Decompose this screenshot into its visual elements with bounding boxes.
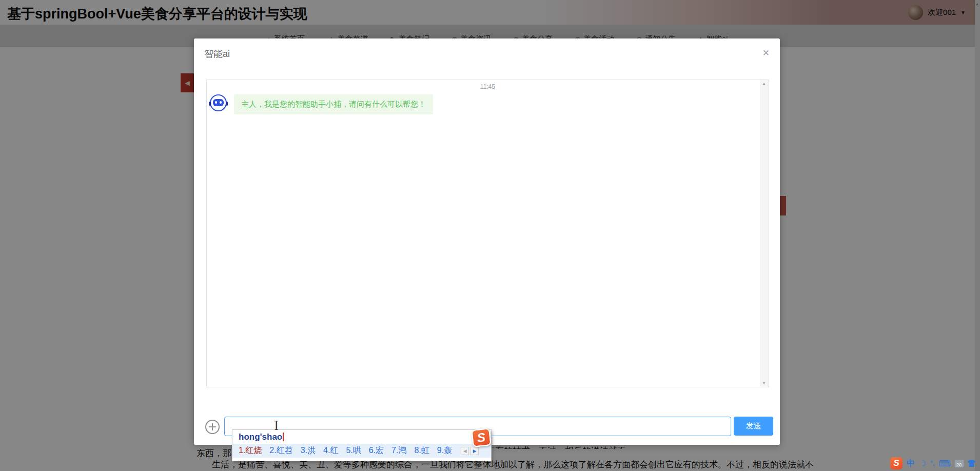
ime-pager: ◀ ▶ [461,447,479,455]
ime-candidate[interactable]: 5.哄 [346,445,361,456]
ime-taskbar: S 中 ☽ °, ⌨ 20 ⚒ [890,457,980,470]
moon-fullwidth-icon[interactable]: ☽ [919,459,926,468]
send-button[interactable]: 发送 [734,417,773,436]
ime-composing-text: hong'shao [239,432,284,442]
notification-badge[interactable]: 20 [955,460,964,467]
chat-scrollbar[interactable]: ▲ ▼ [760,80,769,387]
scroll-down-icon[interactable]: ▼ [762,381,766,385]
ime-candidate[interactable]: 7.鸿 [391,445,406,456]
text-cursor: I [274,419,279,433]
message-timestamp: 11:45 [207,83,769,90]
skin-tshirt-icon[interactable] [968,460,976,467]
close-icon[interactable]: ✕ [762,48,770,58]
ime-candidate[interactable]: 1.红烧 [239,445,262,456]
ime-candidate[interactable]: 3.洪 [301,445,316,456]
ime-prev-page-icon[interactable]: ◀ [461,447,469,455]
ime-candidate[interactable]: 6.宏 [369,445,384,456]
bot-message-bubble: 主人，我是您的智能助手小捕，请问有什么可以帮您！ [234,94,433,114]
sogou-logo-icon[interactable]: S [890,457,903,469]
ime-next-page-icon[interactable]: ▶ [471,447,479,455]
ime-candidate[interactable]: 2.红苕 [269,445,292,456]
ime-candidate-row: 1.红烧 2.红苕 3.洪 4.红 5.哄 6.宏 7.鸿 8.虹 9.轰 ◀ … [232,444,491,458]
robot-avatar-icon [210,94,227,111]
sogou-logo-icon: S [471,428,491,447]
ime-popup: hong'shao 1.红烧 2.红苕 3.洪 4.红 5.哄 6.宏 7.鸿 … [232,429,492,461]
chinese-mode-icon[interactable]: 中 [907,458,915,469]
ime-caret [283,433,284,441]
scroll-up-icon[interactable]: ▲ [762,82,766,86]
keyboard-icon[interactable]: ⌨ [938,459,950,468]
bot-message-row: 主人，我是您的智能助手小捕，请问有什么可以帮您！ [210,94,433,114]
attach-plus-icon[interactable] [205,420,220,434]
ai-dialog: 智能ai ✕ 11:45 主人，我是您的智能助手小捕，请问有什么可以帮您！ ▲ … [194,38,780,445]
punctuation-icon[interactable]: °, [930,460,934,467]
ime-candidate[interactable]: 8.虹 [414,445,429,456]
chat-history-panel: 11:45 主人，我是您的智能助手小捕，请问有什么可以帮您！ ▲ ▼ [206,80,769,387]
ime-candidate[interactable]: 4.红 [323,445,338,456]
screen: 基于springBool+Vue美食分享平台的设计与实现 欢迎001 ▼ ⌂ 系… [0,0,980,471]
dialog-title: 智能ai [204,48,230,60]
ime-candidate[interactable]: 9.轰 [437,445,452,456]
